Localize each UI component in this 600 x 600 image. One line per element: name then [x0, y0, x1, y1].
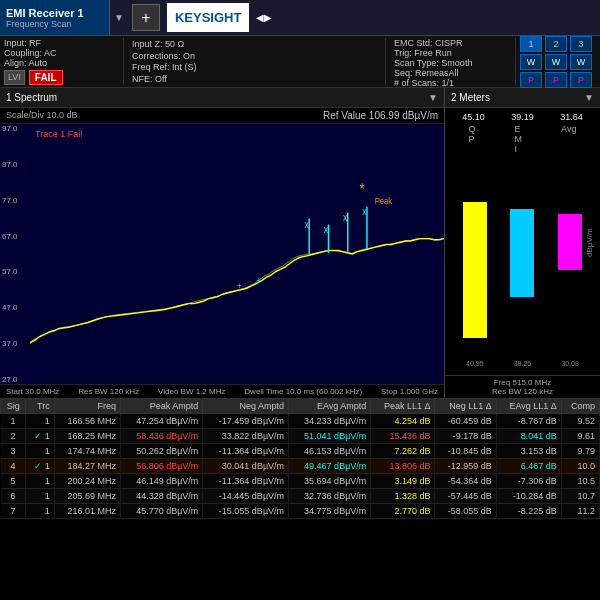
trace-svg: * Peak x x x x + +	[30, 124, 444, 384]
instrument-subtitle: Frequency Scan	[6, 19, 103, 29]
dwell-time: Dwell Time 10.0 ms (60.002 kHz)	[244, 387, 362, 396]
meters-dropdown[interactable]: ▼	[584, 92, 594, 103]
meter-val-2: 39.19	[511, 112, 534, 122]
cell-eavg-amptd: 35.694 dBµV/m	[289, 474, 371, 489]
col-freq: Freq	[54, 399, 120, 414]
navigation-arrows[interactable]: ◀▶	[252, 0, 276, 35]
cell-freq: 184.27 MHz	[54, 459, 120, 474]
input-row: Input: RF	[4, 38, 117, 48]
y-label-77: 77.0	[2, 196, 28, 205]
cell-freq: 174.74 MHz	[54, 444, 120, 459]
cell-eavg-ll1: 8.041 dB	[496, 429, 561, 444]
y-label-47: 47.0	[2, 303, 28, 312]
cell-trc: 1	[26, 474, 54, 489]
svg-text:x: x	[304, 218, 308, 230]
cell-peak-amptd: 47.254 dBµV/m	[121, 414, 203, 429]
table-row: 4 ✓ 1 184.27 MHz 56.806 dBµV/m 30.041 dB…	[1, 459, 600, 474]
y-label-87: 87.0	[2, 160, 28, 169]
table-body: 1 1 166.56 MHz 47.254 dBµV/m -17.459 dBµ…	[1, 414, 600, 519]
y-axis: 97.0 87.0 77.0 67.0 57.0 47.0 37.0 27.0	[0, 124, 30, 384]
header-row: Sig Trc Freq Peak Amptd Neg Amptd EAvg A…	[1, 399, 600, 414]
corrections-label: Corrections: On	[132, 51, 377, 61]
y-label-97: 97.0	[2, 124, 28, 133]
cell-neg-amptd: -17.459 dBµV/m	[203, 414, 289, 429]
col-peak-ll1: Peak LL1 Δ	[371, 399, 435, 414]
input-label: Input: RF	[4, 38, 41, 48]
coupling-label: Coupling: AC	[4, 48, 57, 58]
spectrum-header: 1 Spectrum ▼	[0, 88, 444, 108]
emcstd-label: EMC Std: CISPR	[394, 38, 507, 48]
header-mid: Input Z: 50 Ω Corrections: On Freq Ref: …	[124, 38, 386, 85]
bar-3: 30.08	[556, 198, 584, 367]
cell-peak-ll1: 2.770 dB	[371, 504, 435, 519]
bar-2-inner	[510, 209, 534, 297]
lvi-badge: LVI	[4, 70, 25, 85]
res-bw: Res BW 120 kHz	[78, 387, 139, 396]
cell-trc: ✓ 1	[26, 429, 54, 444]
cell-sig: 5	[1, 474, 26, 489]
meters-panel: 2 Meters ▼ 45.10 39.19 31.64 QP EMI Avg	[445, 88, 600, 398]
cell-eavg-amptd: 34.775 dBµV/m	[289, 504, 371, 519]
p-label-3: P	[570, 72, 592, 88]
qp-label: QP	[469, 124, 476, 154]
cell-neg-amptd: -14.445 dBµV/m	[203, 489, 289, 504]
video-bw: Video BW 1.2 MHz	[158, 387, 225, 396]
y-label-27: 27.0	[2, 375, 28, 384]
scan-1[interactable]: 1	[520, 36, 542, 52]
svg-rect-0	[30, 124, 444, 384]
cell-peak-ll1: 15.436 dB	[371, 429, 435, 444]
y-label-37: 37.0	[2, 339, 28, 348]
cell-trc: 1	[26, 504, 54, 519]
results-table: Sig Trc Freq Peak Amptd Neg Amptd EAvg A…	[0, 398, 600, 519]
scan-number-row: 1 2 3	[520, 36, 592, 52]
header-info: Input: RF Coupling: AC Align: Auto LVI F…	[0, 36, 600, 88]
svg-text:Peak: Peak	[375, 196, 393, 207]
cell-sig: 1	[1, 414, 26, 429]
cell-trc: 1	[26, 444, 54, 459]
col-neg-ll1: Neg LL1 Δ	[435, 399, 496, 414]
cell-peak-amptd: 44.328 dBµV/m	[121, 489, 203, 504]
cell-neg-ll1: -60.459 dB	[435, 414, 496, 429]
cell-neg-ll1: -9.178 dB	[435, 429, 496, 444]
bar-1-outer	[463, 198, 487, 358]
dropdown-arrow[interactable]: ▼	[110, 0, 128, 35]
db-unit: dBµV/m	[585, 163, 594, 323]
cell-peak-ll1: 13.806 dB	[371, 459, 435, 474]
bar-2-outer	[510, 198, 534, 358]
cell-sig: 6	[1, 489, 26, 504]
table-row: 5 1 200.24 MHz 46.149 dBµV/m -11.364 dBµ…	[1, 474, 600, 489]
table-row: 2 ✓ 1 168.25 MHz 58.436 dBµV/m 33.822 dB…	[1, 429, 600, 444]
cell-eavg-amptd: 32.736 dBµV/m	[289, 489, 371, 504]
coupling-row: Coupling: AC	[4, 48, 117, 58]
cell-freq: 205.69 MHz	[54, 489, 120, 504]
cell-neg-amptd: -11.364 dBµV/m	[203, 474, 289, 489]
trig-label: Trig: Free Run	[394, 48, 507, 58]
chart-bottom: Start 30.0 MHz Res BW 120 kHz Video BW 1…	[0, 384, 444, 398]
meter-val-3: 31.64	[560, 112, 583, 122]
w-label-2: W	[545, 54, 567, 70]
cell-comp: 11.2	[561, 504, 599, 519]
cell-neg-ll1: -58.055 dB	[435, 504, 496, 519]
cell-peak-amptd: 45.770 dBµV/m	[121, 504, 203, 519]
table-row: 6 1 205.69 MHz 44.328 dBµV/m -14.445 dBµ…	[1, 489, 600, 504]
cell-freq: 166.56 MHz	[54, 414, 120, 429]
scan-2[interactable]: 2	[545, 36, 567, 52]
chart-area: 97.0 87.0 77.0 67.0 57.0 47.0 37.0 27.0	[0, 124, 444, 384]
add-button[interactable]: +	[132, 4, 160, 31]
cell-neg-amptd: 33.822 dBµV/m	[203, 429, 289, 444]
cell-trc: 1	[26, 489, 54, 504]
cell-peak-amptd: 56.806 dBµV/m	[121, 459, 203, 474]
avg-label: Avg	[561, 124, 576, 154]
spectrum-dropdown[interactable]: ▼	[428, 92, 438, 103]
cell-eavg-ll1: -8.767 dB	[496, 414, 561, 429]
emi-label: EMI	[515, 124, 523, 154]
cell-freq: 216.01 MHz	[54, 504, 120, 519]
resbw-label: Res BW 120 kHz	[449, 387, 596, 396]
cell-comp: 10.5	[561, 474, 599, 489]
meters-bottom: Freq 515.0 MHz Res BW 120 kHz	[445, 375, 600, 398]
scan-3[interactable]: 3	[570, 36, 592, 52]
w-label-1: W	[520, 54, 542, 70]
keysight-logo: KEYSIGHT	[167, 3, 249, 32]
spectrum-title: 1 Spectrum	[6, 92, 57, 103]
nfe-label: NFE: Off	[132, 74, 377, 84]
